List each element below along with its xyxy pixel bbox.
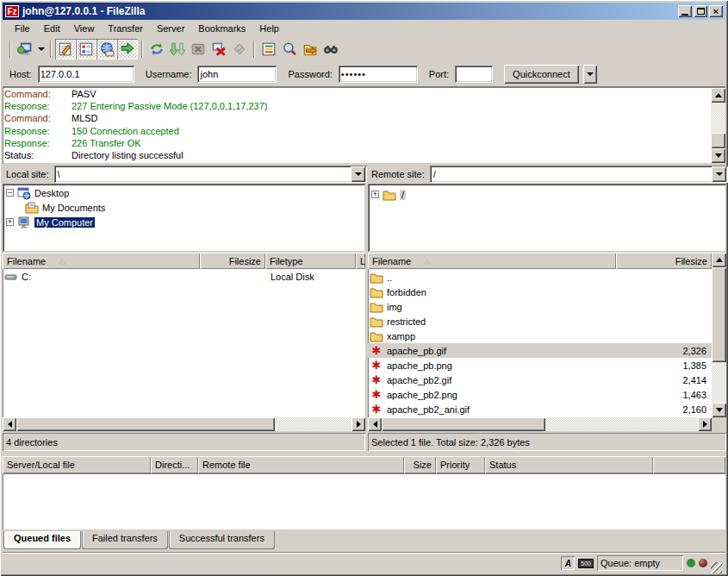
tree-item-label: My Computer	[34, 217, 95, 228]
menu-view[interactable]: View	[67, 22, 102, 35]
file-row[interactable]: ✱apache_pb2_ani.gif 2,160	[368, 402, 712, 416]
file-row[interactable]: ✱apache_pb2.gif 2,414	[368, 373, 712, 387]
column-header-filetype[interactable]: Filetype	[265, 253, 356, 269]
file-row[interactable]: img	[368, 299, 712, 314]
column-header-server-local-file[interactable]: Server/Local file	[3, 456, 151, 473]
remote-site-combo[interactable]: /	[430, 166, 728, 183]
column-header-filename[interactable]: Filename	[368, 253, 616, 269]
local-horizontal-scrollbar[interactable]	[3, 417, 365, 431]
scroll-left-button[interactable]	[3, 417, 16, 431]
column-header-filesize[interactable]: Filesize	[200, 253, 265, 269]
toggle-remote-tree-button[interactable]	[96, 39, 117, 59]
cancel-button[interactable]	[188, 39, 208, 59]
title-bar[interactable]: Fz john@127.0.0.1 - FileZilla ✕	[3, 3, 725, 20]
scrollbar-thumb[interactable]	[711, 133, 725, 148]
menu-edit[interactable]: Edit	[37, 22, 67, 35]
username-input[interactable]	[197, 66, 277, 83]
tree-item-root[interactable]: + /	[371, 187, 726, 202]
site-manager-button[interactable]	[15, 39, 35, 59]
tree-item-my-computer[interactable]: + My Computer	[6, 215, 365, 229]
find-files-button[interactable]	[320, 39, 341, 59]
menu-bookmarks[interactable]: Bookmarks	[191, 22, 252, 35]
file-row-selected[interactable]: ✱apache_pb.gif 2,326	[368, 343, 712, 358]
toggle-message-log-button[interactable]	[55, 39, 76, 59]
file-row[interactable]: C: Local Disk	[3, 269, 365, 284]
column-header-priority[interactable]: Priority	[436, 456, 485, 473]
column-header-filename[interactable]: Filename	[3, 253, 200, 269]
host-input[interactable]	[38, 66, 134, 83]
log-scrollbar[interactable]	[711, 88, 725, 163]
file-row[interactable]: ..	[368, 270, 712, 285]
local-tree: − Desktop My Documents + My Computer	[3, 184, 365, 252]
quickconnect-button[interactable]: Quickconnect	[504, 65, 579, 84]
scroll-down-button[interactable]	[712, 403, 726, 417]
menu-server[interactable]: Server	[150, 22, 191, 35]
folder-icon	[383, 188, 396, 202]
tab-successful-transfers[interactable]: Successful transfers	[169, 531, 275, 549]
file-row[interactable]: restricted	[368, 314, 712, 329]
tab-failed-transfers[interactable]: Failed transfers	[82, 531, 168, 549]
port-input[interactable]	[455, 66, 493, 83]
menu-help[interactable]: Help	[252, 22, 286, 35]
scroll-right-button[interactable]	[352, 417, 365, 431]
scroll-down-button[interactable]	[711, 148, 725, 163]
remote-site-dropdown[interactable]	[712, 166, 726, 182]
disconnect-button[interactable]	[208, 39, 229, 59]
file-row[interactable]: forbidden	[368, 285, 712, 299]
scrollbar-track[interactable]	[275, 417, 352, 431]
file-size	[200, 269, 265, 284]
transfer-queue-list[interactable]	[3, 473, 725, 529]
scroll-right-button[interactable]	[698, 417, 712, 431]
column-header-status[interactable]: Status	[485, 456, 653, 473]
local-site-combo[interactable]: \	[54, 166, 367, 183]
toggle-local-tree-button[interactable]	[76, 39, 96, 59]
local-site-dropdown[interactable]	[351, 166, 365, 182]
file-row[interactable]: ✱apache_pb.png 1,385	[368, 358, 712, 373]
expand-icon[interactable]: +	[371, 191, 379, 198]
tree-item-desktop[interactable]: − Desktop	[6, 185, 365, 200]
remote-horizontal-scrollbar[interactable]	[368, 417, 712, 431]
column-header-remote-file[interactable]: Remote file	[198, 456, 404, 473]
scrollbar-thumb[interactable]	[16, 417, 275, 431]
refresh-button[interactable]	[146, 39, 167, 59]
ascii-transfer-type-icon[interactable]: A	[561, 556, 575, 570]
file-name: C:	[22, 272, 31, 282]
toggle-transfer-queue-button[interactable]	[117, 39, 138, 59]
minimize-button[interactable]	[678, 5, 692, 17]
expand-icon[interactable]: +	[6, 218, 14, 226]
remote-vertical-scrollbar[interactable]	[712, 253, 726, 417]
tab-queued-files[interactable]: Queued files	[3, 531, 81, 549]
maximize-button[interactable]	[694, 5, 707, 17]
log-label: Command:	[4, 88, 72, 100]
scroll-left-button[interactable]	[368, 417, 382, 431]
file-row[interactable]: xampp	[368, 329, 712, 343]
scroll-up-button[interactable]	[712, 253, 726, 267]
column-header-filesize[interactable]: Filesize	[616, 253, 712, 269]
scrollbar-track[interactable]	[545, 417, 698, 431]
collapse-icon[interactable]: −	[6, 189, 14, 197]
column-header-direction[interactable]: Directi...	[151, 456, 198, 473]
quickconnect-dropdown[interactable]	[583, 65, 597, 84]
directory-comparison-button[interactable]	[279, 39, 300, 59]
speed-limit-icon[interactable]: 500	[578, 559, 594, 568]
column-header-size[interactable]: Size	[404, 456, 436, 473]
directory-filters-button[interactable]	[258, 39, 279, 59]
scrollbar-thumb[interactable]	[382, 417, 545, 431]
reconnect-button[interactable]	[229, 39, 250, 59]
scroll-up-button[interactable]	[711, 88, 725, 103]
process-queue-button[interactable]	[167, 39, 188, 59]
synchronized-browsing-button[interactable]	[300, 39, 320, 59]
file-name: apache_pb2.png	[387, 390, 457, 400]
file-row[interactable]: ✱apache_pb2.png 1,463	[368, 387, 712, 402]
triangle-down-icon	[715, 153, 722, 158]
recv-indicator-led	[687, 559, 695, 567]
tree-item-my-documents[interactable]: My Documents	[6, 200, 365, 215]
resize-grip[interactable]	[711, 562, 722, 573]
password-input[interactable]	[339, 66, 418, 83]
menu-transfer[interactable]: Transfer	[101, 22, 150, 35]
close-button[interactable]: ✕	[709, 5, 723, 17]
menu-file[interactable]: File	[8, 22, 37, 35]
scrollbar-thumb[interactable]	[712, 267, 726, 362]
column-header-lastmodified[interactable]: L	[356, 253, 365, 269]
site-manager-dropdown[interactable]	[35, 40, 47, 59]
